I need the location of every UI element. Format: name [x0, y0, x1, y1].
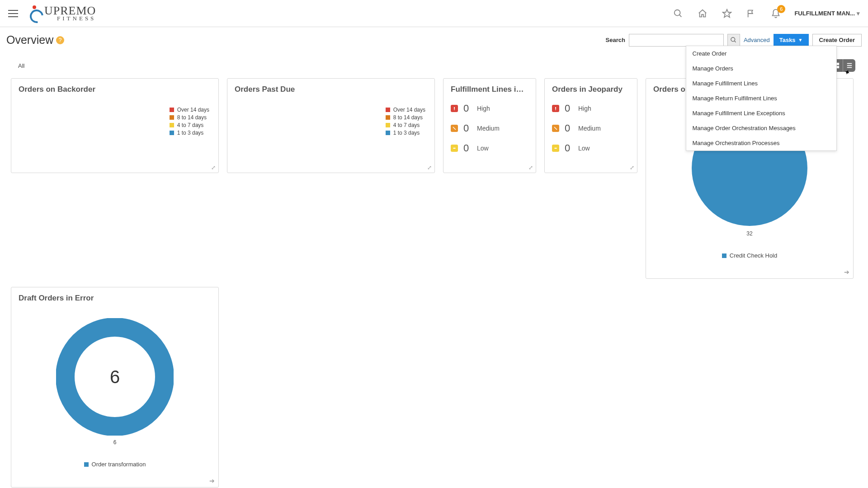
- legend-swatch-icon: [722, 253, 726, 258]
- svg-rect-6: [837, 63, 839, 65]
- svg-point-3: [731, 38, 735, 42]
- menu-icon[interactable]: [8, 10, 18, 17]
- notification-badge: 6: [777, 5, 785, 13]
- tasks-button[interactable]: Tasks ▼: [774, 34, 809, 47]
- donut-center-value: 6: [110, 367, 120, 387]
- search-icon[interactable]: [673, 9, 683, 19]
- tasks-item-manage-line-exceptions[interactable]: Manage Fulfillment Line Exceptions: [686, 106, 836, 121]
- card-fulfillment-lines: Fulfillment Lines i… 0 High 0 Medium 0 L…: [443, 78, 536, 173]
- bell-icon[interactable]: 6: [771, 9, 781, 19]
- priority-low-icon: [451, 145, 458, 152]
- brand-text: UPREMO FITNESS: [44, 5, 96, 21]
- expand-icon[interactable]: ⤢: [211, 164, 216, 171]
- tasks-item-manage-fulfillment-lines[interactable]: Manage Fulfillment Lines: [686, 76, 836, 91]
- card-draft-orders-error: Draft Orders in Error 6 6 Order transfor…: [11, 287, 219, 488]
- search-button[interactable]: [727, 34, 740, 47]
- legend-label: Order transformation: [92, 461, 146, 468]
- card-title: Draft Orders in Error: [11, 287, 218, 305]
- search-group: Search Advanced Tasks ▼ Create Order Man…: [606, 34, 862, 47]
- legend-item: 8 to 14 days: [386, 114, 425, 121]
- risk-label: Medium: [477, 125, 500, 132]
- priority-high-icon: [451, 105, 458, 112]
- risk-row-medium[interactable]: 0 Medium: [552, 118, 630, 138]
- chevron-down-icon: ▼: [798, 38, 803, 42]
- backorder-legend: Over 14 days 8 to 14 days 4 to 7 days 1 …: [170, 107, 209, 136]
- chart-legend: Order transformation: [84, 461, 146, 468]
- brand-glyph-icon: [27, 5, 42, 21]
- pastdue-legend: Over 14 days 8 to 14 days 4 to 7 days 1 …: [386, 107, 425, 136]
- chevron-down-icon: ▾: [857, 10, 860, 17]
- risk-row-high[interactable]: 0 High: [552, 99, 630, 118]
- brand-logo[interactable]: UPREMO FITNESS: [27, 5, 96, 21]
- card-title: Orders in Jeopardy: [545, 79, 637, 97]
- risk-row-low[interactable]: 0 Low: [552, 138, 630, 158]
- chart-caption: 6: [113, 439, 117, 446]
- risk-value: 0: [565, 142, 573, 154]
- tasks-dropdown: Create Order Manage Orders Manage Fulfil…: [686, 46, 837, 151]
- tasks-item-manage-orders[interactable]: Manage Orders: [686, 61, 836, 76]
- next-icon[interactable]: ➔: [209, 477, 215, 484]
- svg-line-4: [735, 41, 736, 42]
- risk-list: 0 High 0 Medium 0 Low: [443, 97, 536, 160]
- page-toolbar: Overview ? Search Advanced Tasks ▼ Creat…: [0, 27, 868, 48]
- risk-list: 0 High 0 Medium 0 Low: [545, 97, 637, 160]
- help-icon[interactable]: ?: [56, 36, 64, 44]
- svg-rect-19: [555, 148, 557, 149]
- search-label: Search: [606, 37, 625, 43]
- brand-line1: UPREMO: [44, 5, 96, 16]
- card-orders-jeopardy: Orders in Jeopardy 0 High 0 Medium 0 Low…: [544, 78, 637, 173]
- svg-line-1: [679, 14, 682, 17]
- legend-label: 8 to 14 days: [393, 114, 423, 121]
- card-title: Fulfillment Lines i…: [443, 79, 536, 97]
- advanced-link[interactable]: Advanced: [744, 37, 770, 43]
- svg-rect-16: [555, 107, 556, 109]
- legend-item: 8 to 14 days: [170, 114, 209, 121]
- next-icon[interactable]: ➔: [844, 268, 849, 276]
- risk-label: Low: [578, 145, 590, 152]
- priority-medium-icon: [451, 125, 458, 132]
- svg-rect-13: [454, 109, 455, 110]
- tasks-item-manage-orch-messages[interactable]: Manage Order Orchestration Messages: [686, 121, 836, 136]
- svg-line-18: [554, 127, 557, 130]
- chart-caption: 32: [746, 230, 752, 237]
- risk-row-high[interactable]: 0 High: [451, 99, 528, 118]
- risk-value: 0: [463, 103, 472, 114]
- priority-medium-icon: [552, 125, 559, 132]
- search-input[interactable]: [629, 34, 724, 47]
- svg-rect-8: [837, 66, 839, 68]
- header-icon-bar: 6: [673, 9, 781, 19]
- svg-rect-17: [555, 109, 556, 110]
- card-title: Orders on Backorder: [11, 79, 218, 97]
- tasks-wrapper: Tasks ▼ Create Order Manage Orders Manag…: [774, 34, 809, 47]
- legend-item: Over 14 days: [170, 107, 209, 113]
- tasks-item-create-order[interactable]: Create Order: [686, 46, 836, 61]
- user-label: FULFILLMENT MAN...: [794, 10, 855, 17]
- tasks-item-manage-return-lines[interactable]: Manage Return Fulfillment Lines: [686, 91, 836, 106]
- filter-all[interactable]: All: [18, 62, 24, 69]
- legend-swatch-icon: [84, 462, 89, 467]
- list-view-icon[interactable]: [843, 59, 855, 72]
- svg-rect-12: [454, 107, 455, 109]
- legend-label: 1 to 3 days: [177, 130, 204, 136]
- star-icon[interactable]: [722, 9, 732, 19]
- expand-icon[interactable]: ⤢: [630, 164, 634, 171]
- svg-point-0: [675, 9, 680, 15]
- expand-icon[interactable]: ⤢: [528, 164, 533, 171]
- legend-item: 1 to 3 days: [386, 130, 425, 136]
- top-header: UPREMO FITNESS 6 FULFILLMENT MAN... ▾: [0, 0, 868, 27]
- legend-label: Over 14 days: [393, 107, 425, 113]
- create-order-button[interactable]: Create Order: [812, 34, 862, 47]
- risk-label: Low: [477, 145, 489, 152]
- legend-label: Over 14 days: [177, 107, 209, 113]
- card-orders-past-due: Orders Past Due Over 14 days 8 to 14 day…: [227, 78, 435, 173]
- home-icon[interactable]: [698, 9, 708, 19]
- risk-value: 0: [463, 142, 472, 154]
- risk-row-low[interactable]: 0 Low: [451, 138, 528, 158]
- page-title-text: Overview: [6, 33, 53, 47]
- risk-row-medium[interactable]: 0 Medium: [451, 118, 528, 138]
- user-menu-button[interactable]: FULFILLMENT MAN... ▾: [794, 10, 860, 17]
- svg-line-14: [453, 127, 456, 130]
- expand-icon[interactable]: ⤢: [427, 164, 432, 171]
- tasks-item-manage-orch-processes[interactable]: Manage Orchestration Processes: [686, 136, 836, 150]
- flag-icon[interactable]: [746, 9, 756, 19]
